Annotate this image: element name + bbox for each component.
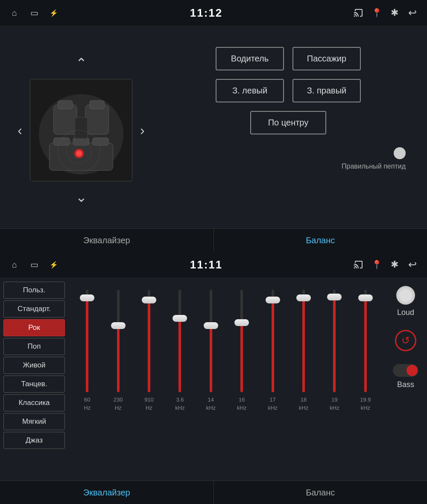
tab-balance-top[interactable]: Баланс [214, 229, 427, 252]
status-bar-bottom: ⌂ ▭ ⚡ 11:11 📍 ✱ ↩ [0, 252, 427, 277]
seat-down-arrow[interactable]: ⌄ [67, 186, 96, 209]
usb-icon[interactable]: ⚡ [48, 7, 60, 19]
rear-left-button[interactable]: З. левый [216, 79, 284, 102]
svg-rect-9 [93, 138, 109, 146]
reset-button[interactable]: ↺ [395, 330, 416, 351]
slider-label-9: 19.9kHz [360, 396, 371, 412]
slider-thumb-8[interactable] [327, 294, 342, 300]
slider-thumb-2[interactable] [142, 297, 156, 303]
cast-icon-bottom[interactable] [353, 259, 365, 271]
preset-btn-стандарт.[interactable]: Стандарт. [3, 300, 65, 318]
sliders-container: 60Hz230Hz910Hz3.6kHz14kHz16kHz17kHz18kHz… [73, 284, 380, 412]
center-button-row: По центру [171, 111, 406, 134]
driver-button[interactable]: Водитель [216, 47, 284, 70]
svg-rect-5 [90, 101, 105, 109]
slider-track-2[interactable] [148, 290, 150, 392]
back-icon-top[interactable]: ↩ [407, 7, 418, 19]
slider-column-4: 14kHz [196, 284, 225, 412]
back-icon-bottom[interactable]: ↩ [407, 259, 418, 271]
slider-column-3: 3.6kHz [165, 284, 194, 412]
slider-column-0: 60Hz [73, 284, 102, 412]
slider-thumb-7[interactable] [296, 294, 311, 301]
slider-fill-9 [364, 298, 367, 392]
slider-thumb-1[interactable] [111, 322, 126, 329]
slider-thumb-9[interactable] [358, 294, 373, 301]
slider-fill-6 [272, 300, 274, 392]
slider-track-3[interactable] [178, 290, 181, 392]
svg-rect-10 [75, 117, 88, 139]
slider-label-8: 19kHz [330, 396, 339, 412]
svg-point-15 [76, 151, 82, 157]
preset-btn-джаз[interactable]: Джаз [3, 432, 65, 449]
slider-thumb-4[interactable] [204, 322, 218, 329]
slider-track-4[interactable] [210, 290, 212, 392]
preset-btn-поп[interactable]: Поп [3, 338, 65, 355]
rear-right-button[interactable]: З. правый [292, 79, 361, 102]
usb-icon-2[interactable]: ⚡ [48, 259, 60, 271]
slider-fill-8 [333, 297, 336, 392]
slider-column-5: 16kHz [227, 284, 256, 412]
loud-label: Loud [397, 308, 414, 317]
preset-btn-польз.[interactable]: Польз. [3, 282, 65, 299]
eq-sliders-area: 60Hz230Hz910Hz3.6kHz14kHz16kHz17kHz18kHz… [68, 277, 384, 474]
slider-fill-5 [240, 323, 243, 392]
preset-btn-мягкий[interactable]: Мягкий [3, 413, 65, 430]
tab-equalizer-top[interactable]: Эквалайзер [0, 229, 214, 252]
status-bar-left-icons: ⌂ ▭ ⚡ [9, 7, 60, 19]
slider-column-7: 18kHz [289, 284, 318, 412]
front-buttons-row: Водитель Пассажир [171, 47, 406, 70]
clock-bottom: 11:11 [190, 258, 223, 271]
cast-icon-top[interactable] [353, 7, 365, 19]
bass-toggle[interactable] [393, 364, 418, 377]
screen-icon-2[interactable]: ▭ [28, 259, 40, 271]
seat-up-arrow[interactable]: ⌃ [67, 52, 96, 75]
bluetooth-icon-bottom[interactable]: ✱ [389, 259, 401, 271]
bass-section: Bass [393, 364, 418, 389]
bottom-panel: ⌂ ▭ ⚡ 11:11 📍 ✱ ↩ Польз.Стандарт.РокПопЖ… [0, 252, 427, 504]
slider-track-7[interactable] [302, 290, 305, 392]
slider-thumb-6[interactable] [266, 297, 280, 303]
slider-fill-4 [210, 326, 212, 392]
tab-equalizer-bottom[interactable]: Эквалайзер [0, 481, 214, 504]
location-icon-top[interactable]: 📍 [371, 7, 383, 19]
slider-track-9[interactable] [364, 290, 367, 392]
slider-track-6[interactable] [272, 290, 274, 392]
slider-column-8: 19kHz [320, 284, 349, 412]
slider-thumb-0[interactable] [80, 294, 94, 301]
slider-thumb-3[interactable] [173, 315, 187, 322]
passenger-button[interactable]: Пассажир [292, 47, 361, 70]
slider-label-0: 60Hz [84, 396, 91, 412]
svg-rect-3 [85, 105, 109, 134]
loud-section: Loud [396, 286, 415, 317]
slider-track-8[interactable] [333, 290, 336, 392]
slider-column-2: 910Hz [135, 284, 164, 412]
slider-fill-0 [86, 298, 88, 392]
preset-btn-классика[interactable]: Классика [3, 394, 65, 411]
preset-btn-живой[interactable]: Живой [3, 357, 65, 374]
seat-left-arrow[interactable]: ‹ [14, 119, 26, 142]
screen-icon[interactable]: ▭ [28, 7, 40, 19]
slider-column-1: 230Hz [103, 284, 132, 412]
tab-balance-bottom[interactable]: Баланс [214, 481, 427, 504]
slider-track-1[interactable] [117, 290, 120, 392]
home-icon[interactable]: ⌂ [9, 7, 20, 19]
seat-right-arrow[interactable]: › [137, 119, 148, 142]
bluetooth-icon-top[interactable]: ✱ [389, 7, 401, 19]
slider-track-0[interactable] [86, 290, 88, 392]
slider-label-4: 14kHz [206, 396, 216, 412]
location-icon-bottom[interactable]: 📍 [371, 259, 383, 271]
eq-right-controls: Loud ↺ Bass [384, 277, 427, 474]
slider-track-5[interactable] [240, 290, 243, 392]
status-bar-top: ⌂ ▭ ⚡ 11:12 📍 ✱ ↩ [0, 0, 427, 26]
indicator-text: Правильный пептид [342, 163, 406, 170]
center-button[interactable]: По центру [250, 111, 327, 134]
preset-btn-рок[interactable]: Рок [3, 319, 65, 336]
seat-section: ⌃ ‹ [13, 34, 149, 226]
svg-rect-2 [54, 105, 77, 134]
slider-label-5: 16kHz [237, 396, 246, 412]
status-bar-bottom-left: ⌂ ▭ ⚡ [9, 259, 60, 271]
home-icon-2[interactable]: ⌂ [9, 259, 20, 271]
slider-thumb-5[interactable] [234, 319, 249, 326]
loud-button[interactable] [396, 286, 415, 305]
preset-btn-танцев.[interactable]: Танцев. [3, 376, 65, 393]
